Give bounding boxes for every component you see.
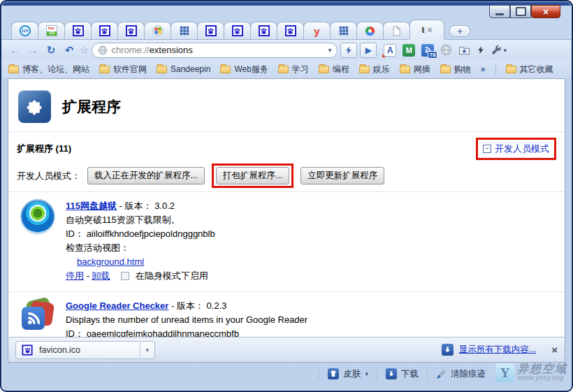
translate-mark [382,54,386,57]
bookmark-folder[interactable]: 网摘 [400,64,430,75]
other-bookmarks-folder[interactable]: 其它收藏 [506,64,553,75]
tab-page[interactable] [224,22,251,39]
paw-icon [126,25,137,36]
tab-blank[interactable] [383,22,410,39]
bookmark-folder[interactable]: 软件官网 [99,64,147,75]
skin-button[interactable]: 皮肤 ▾ [319,368,377,380]
window-controls: × [489,5,560,18]
tab-115[interactable]: 115 [11,22,38,39]
clear-traces-button[interactable]: 清除痕迹 [428,368,494,380]
folder-icon [278,66,289,73]
extension-name-link[interactable]: 115网盘越狱 [66,201,117,211]
tab-grid[interactable] [171,22,198,39]
uninstall-link[interactable]: 卸载 [92,270,110,281]
bookmark-label: Web服务 [234,64,268,75]
bookmark-folder[interactable]: 博客、论坛、网站 [8,64,89,75]
tab-windows[interactable] [144,22,171,39]
extension-actions-row: 停用 - 卸载 在隐身模式下启用 [66,269,215,283]
tab-google[interactable] [356,22,384,39]
tab-page[interactable] [64,22,92,39]
folder-icon [506,66,516,73]
address-bar[interactable]: chrome://extensions ▾ [92,43,338,58]
extension-id-row: ID： aiiloiffkhndoefjpciepoldngggnblb [66,227,215,241]
new-tab-button[interactable]: + [449,25,470,37]
tab-extensions-active[interactable]: ŧ × [409,20,444,39]
bookmark-folder[interactable]: Sandeepin [157,64,210,74]
black-lightning-icon[interactable] [477,45,485,55]
paw-icon [99,25,110,36]
pack-extension-button[interactable]: 打包扩展程序... [216,167,289,184]
paw-icon [232,25,243,36]
version-value: 0.2.3 [207,300,227,311]
y-icon: y [314,26,319,36]
bookmark-folder[interactable]: 娱乐 [359,64,390,75]
bookmark-star-icon[interactable]: ☆ [80,44,89,57]
maximize-button[interactable] [510,5,531,18]
download-arrow-icon [386,368,397,379]
show-all-downloads-link[interactable]: 显示所有下载内容... [459,344,536,356]
bookmarks-overflow-chevron[interactable]: » [481,64,486,74]
proxy-globe-icon[interactable] [440,44,452,56]
bookmark-label: 学习 [292,64,309,75]
paw-icon [205,25,217,36]
forward-icon[interactable]: → [25,44,41,56]
folder-icon [157,66,167,73]
incognito-checkbox[interactable] [121,272,129,280]
extensions-section-header: 扩展程序 (11) − 开发人员模式 [8,132,565,164]
pack-annotation-box: 打包扩展程序... [212,164,293,188]
tab-close-icon[interactable]: × [427,26,432,34]
title-bar: × 115 hao123 y ŧ × + [1,1,572,39]
folder-icon [359,66,370,73]
download-filename: favicon.ico [39,345,133,355]
load-unpacked-button[interactable]: 载入正在开发的扩展程序... [87,167,205,184]
tab-grid[interactable] [330,22,357,39]
gmail-extension-icon[interactable]: M [402,44,415,57]
close-window-button[interactable]: × [531,5,560,18]
go-button[interactable]: ▶ [360,43,377,58]
collapse-minus-icon: − [483,145,491,153]
download-button[interactable]: 下载 [377,368,427,380]
tab-page[interactable] [277,22,304,39]
undo-close-icon[interactable]: ↶ [61,44,77,57]
extension-name-link[interactable]: Google Reader Checker [66,300,168,311]
boss-key-button[interactable] [340,43,357,58]
bookmark-folder[interactable]: 学习 [278,64,309,75]
section-title: 扩展程序 (11) [17,143,71,155]
wrench-menu[interactable]: ▾ [491,45,507,55]
version-sep: - 版本： [119,201,152,211]
back-icon[interactable]: ← [7,44,22,56]
minimize-button[interactable] [489,5,510,18]
bookmark-folder-star-icon[interactable] [458,44,470,56]
google-reader-extension-icon[interactable]: 78 [421,44,434,57]
developer-mode-toggle[interactable]: − 开发人员模式 [478,140,554,158]
address-dropdown-icon[interactable]: ▾ [328,46,331,54]
download-bar-right: 显示所有下载内容... × [442,344,558,356]
translate-extension-icon[interactable]: A [384,44,396,57]
tab-page[interactable] [91,22,118,39]
reload-icon[interactable]: ↻ [43,44,59,57]
tab-page[interactable] [117,22,145,39]
folder-icon [319,66,329,73]
bookmark-label: 娱乐 [373,64,390,75]
close-download-bar-icon[interactable]: × [551,344,558,356]
bookmark-folder[interactable]: 编程 [319,64,349,75]
update-extensions-button[interactable]: 立即更新扩展程序 [300,167,384,184]
background-html-link[interactable]: background.html [77,256,144,267]
tab-page[interactable] [250,22,277,39]
tab-hao123[interactable]: hao123 [38,22,65,39]
download-item-dropdown-icon[interactable]: ▾ [140,342,149,358]
version-sep: - 版本： [171,300,204,311]
bookmark-label: 编程 [333,64,349,75]
tab-y[interactable]: y [303,22,331,39]
unread-count-badge: 78 [428,51,438,59]
disable-link[interactable]: 停用 [66,270,84,281]
download-item-favicon[interactable]: favicon.ico ▾ [15,341,155,359]
google-icon [365,26,375,36]
download-bar: favicon.ico ▾ 显示所有下载内容... × [8,337,565,363]
bookmark-folder[interactable]: 购物 [440,64,471,75]
bookmark-folder[interactable]: Web服务 [220,64,268,75]
tab-page[interactable] [197,22,224,39]
page-title: 扩展程序 [62,97,121,117]
folder-icon [99,66,110,73]
grid-icon [180,26,189,36]
